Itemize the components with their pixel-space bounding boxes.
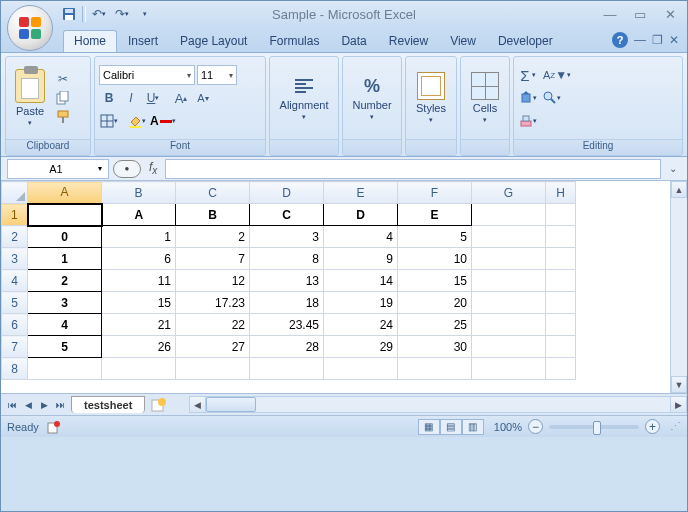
cell[interactable] <box>546 248 576 270</box>
tab-view[interactable]: View <box>439 30 487 52</box>
cell[interactable]: 26 <box>102 336 176 358</box>
cell[interactable]: 30 <box>398 336 472 358</box>
clear-button[interactable]: ▾ <box>518 111 538 131</box>
col-header[interactable]: C <box>176 182 250 204</box>
view-layout-icon[interactable]: ▤ <box>440 419 462 435</box>
cell[interactable] <box>250 358 324 380</box>
cell[interactable]: 29 <box>324 336 398 358</box>
tab-developer[interactable]: Developer <box>487 30 564 52</box>
row-header[interactable]: 3 <box>2 248 28 270</box>
formula-bar[interactable] <box>165 159 661 179</box>
cell[interactable]: 2 <box>176 226 250 248</box>
font-color-button[interactable]: A▾ <box>149 111 177 131</box>
cell[interactable] <box>546 314 576 336</box>
sort-filter-button[interactable]: AZ▼▾ <box>542 65 572 85</box>
sheet-nav-prev-icon[interactable]: ◀ <box>21 400 35 410</box>
cell[interactable]: 15 <box>102 292 176 314</box>
font-name-combo[interactable]: Calibri▾ <box>99 65 195 85</box>
col-header[interactable]: A <box>28 182 102 204</box>
vertical-scrollbar[interactable]: ▲ ▼ <box>670 181 687 393</box>
cell[interactable]: 10 <box>398 248 472 270</box>
row-header[interactable]: 1 <box>2 204 28 226</box>
number-button[interactable]: % Number▾ <box>352 76 392 121</box>
cell[interactable]: 5 <box>398 226 472 248</box>
cell[interactable]: 22 <box>176 314 250 336</box>
view-pagebreak-icon[interactable]: ▥ <box>462 419 484 435</box>
cell[interactable]: 15 <box>398 270 472 292</box>
row-header[interactable]: 8 <box>2 358 28 380</box>
col-header[interactable]: E <box>324 182 398 204</box>
cell[interactable]: C <box>250 204 324 226</box>
fill-button[interactable]: ▾ <box>518 88 538 108</box>
paste-button[interactable]: Paste ▾ <box>10 69 50 127</box>
tab-insert[interactable]: Insert <box>117 30 169 52</box>
close-button[interactable]: ✕ <box>659 5 681 23</box>
grow-font-button[interactable]: A▴ <box>171 88 191 108</box>
font-size-combo[interactable]: 11▾ <box>197 65 237 85</box>
sheet-nav-last-icon[interactable]: ⏭ <box>53 400 67 410</box>
cell[interactable]: 4 <box>324 226 398 248</box>
col-header[interactable]: D <box>250 182 324 204</box>
cell[interactable] <box>176 358 250 380</box>
cell[interactable]: 8 <box>250 248 324 270</box>
cell[interactable]: 3 <box>250 226 324 248</box>
cell[interactable]: E <box>398 204 472 226</box>
cells-button[interactable]: Cells▾ <box>465 72 505 124</box>
resize-grip-icon[interactable]: ⋰ <box>670 420 681 433</box>
col-header[interactable]: B <box>102 182 176 204</box>
cell[interactable]: 18 <box>250 292 324 314</box>
cell[interactable] <box>472 314 546 336</box>
scroll-right-icon[interactable]: ▶ <box>670 396 687 413</box>
zoom-level[interactable]: 100% <box>494 421 522 433</box>
cell[interactable]: 7 <box>176 248 250 270</box>
cell[interactable]: 3 <box>28 292 102 314</box>
tab-page-layout[interactable]: Page Layout <box>169 30 258 52</box>
cell[interactable]: 13 <box>250 270 324 292</box>
bold-button[interactable]: B <box>99 88 119 108</box>
underline-button[interactable]: U▾ <box>143 88 163 108</box>
worksheet-grid[interactable]: ABCDEFGH1ABCDE20123453167891042111213141… <box>1 181 576 380</box>
cell[interactable] <box>28 204 102 226</box>
cell[interactable]: 23.45 <box>250 314 324 336</box>
scroll-down-icon[interactable]: ▼ <box>671 376 687 393</box>
cell[interactable]: 19 <box>324 292 398 314</box>
mdi-minimize-button[interactable]: — <box>634 33 646 47</box>
styles-button[interactable]: Styles▾ <box>411 72 451 124</box>
maximize-button[interactable]: ▭ <box>629 5 651 23</box>
cell[interactable] <box>546 336 576 358</box>
alignment-button[interactable]: Alignment▾ <box>284 75 324 121</box>
horizontal-scrollbar[interactable]: ◀ ▶ <box>189 396 687 413</box>
tab-home[interactable]: Home <box>63 30 117 52</box>
row-header[interactable]: 5 <box>2 292 28 314</box>
col-header[interactable]: F <box>398 182 472 204</box>
sheet-nav-first-icon[interactable]: ⏮ <box>5 400 19 410</box>
find-select-button[interactable]: ▾ <box>542 88 562 108</box>
cell[interactable]: 14 <box>324 270 398 292</box>
cell[interactable]: 4 <box>28 314 102 336</box>
cell[interactable]: B <box>176 204 250 226</box>
view-normal-icon[interactable]: ▦ <box>418 419 440 435</box>
cell[interactable] <box>546 358 576 380</box>
cell[interactable]: 11 <box>102 270 176 292</box>
cell[interactable] <box>472 336 546 358</box>
cell[interactable]: 20 <box>398 292 472 314</box>
italic-button[interactable]: I <box>121 88 141 108</box>
zoom-slider[interactable] <box>549 425 639 429</box>
cell[interactable] <box>472 248 546 270</box>
cell[interactable]: 17.23 <box>176 292 250 314</box>
cell[interactable] <box>472 204 546 226</box>
cell[interactable] <box>546 204 576 226</box>
cell[interactable]: 24 <box>324 314 398 336</box>
mdi-restore-button[interactable]: ❐ <box>652 33 663 47</box>
cell[interactable]: 6 <box>102 248 176 270</box>
cell[interactable] <box>472 270 546 292</box>
col-header[interactable]: G <box>472 182 546 204</box>
new-sheet-icon[interactable] <box>149 397 169 413</box>
expand-formula-icon[interactable]: ⌄ <box>665 163 681 174</box>
cell[interactable] <box>472 226 546 248</box>
row-header[interactable]: 7 <box>2 336 28 358</box>
name-box[interactable]: A1▾ <box>7 159 109 179</box>
cell[interactable]: 25 <box>398 314 472 336</box>
mdi-close-button[interactable]: ✕ <box>669 33 679 47</box>
shrink-font-button[interactable]: A▾ <box>193 88 213 108</box>
